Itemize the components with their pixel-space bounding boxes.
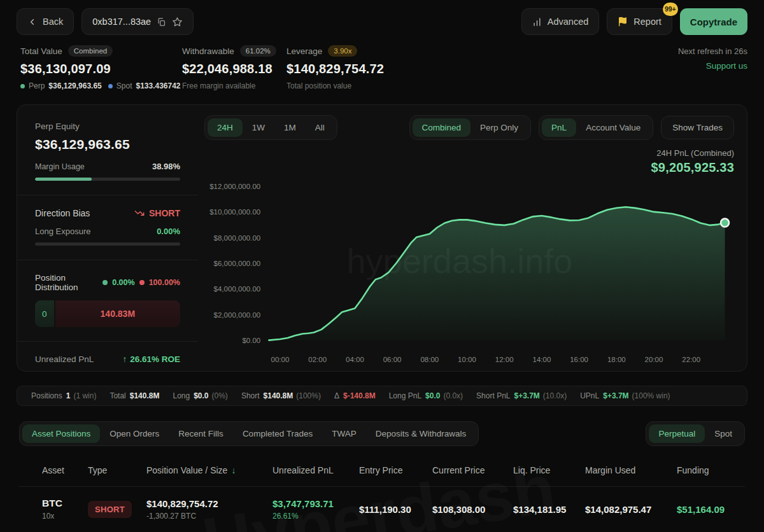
leverage-stat: Leverage 3.90x $140,829,754.72 Total pos… bbox=[286, 45, 384, 90]
metric-tabs: PnL Account Value bbox=[539, 115, 653, 140]
wallet-address-pill[interactable]: 0xb317...83ae bbox=[81, 8, 194, 35]
tab-recent-fills[interactable]: Recent Fills bbox=[169, 424, 233, 443]
total-value-label: Total Value bbox=[20, 46, 62, 56]
tab-pnl[interactable]: PnL bbox=[542, 118, 576, 137]
asset-leverage: 10x bbox=[42, 512, 88, 521]
market-type-tabs: Perpetual Spot bbox=[646, 421, 745, 446]
summary-upnl: UPnL $+3.7M (100% win) bbox=[580, 391, 670, 400]
position-distribution-label: Position Distribution bbox=[35, 273, 103, 292]
favorite-star-icon[interactable] bbox=[172, 17, 183, 27]
long-exposure-label: Long Exposure bbox=[35, 227, 90, 236]
col-current-price[interactable]: Current Price bbox=[432, 465, 513, 475]
tab-range-1w[interactable]: 1W bbox=[243, 118, 274, 137]
svg-text:04:00: 04:00 bbox=[346, 356, 364, 363]
chevron-left-icon bbox=[27, 17, 37, 27]
bar-chart-icon bbox=[532, 17, 542, 27]
svg-text:$12,000,000.00: $12,000,000.00 bbox=[209, 183, 260, 190]
leverage-badge: 3.90x bbox=[328, 45, 357, 57]
overview-card: Perp Equity $36,129,963.65 Margin Usage … bbox=[17, 104, 747, 372]
entry-price: $111,190.30 bbox=[359, 504, 432, 515]
tab-perpetual[interactable]: Perpetual bbox=[649, 424, 705, 443]
long-percent: 0.00% bbox=[112, 278, 134, 287]
unrealized-pnl-section: Unrealized PnL ↑ 26.61% ROE $3,747,793.7… bbox=[17, 342, 198, 372]
margin-usage-value: 38.98% bbox=[152, 162, 180, 171]
col-type[interactable]: Type bbox=[88, 465, 146, 475]
withdrawable-badge: 61.02% bbox=[240, 45, 276, 57]
table-header-row: Asset Type Position Value / Size ↓ Unrea… bbox=[19, 456, 745, 487]
direction-bias-section: Direction Bias SHORT Long Exposure 0.00% bbox=[17, 195, 198, 260]
tab-combined[interactable]: Combined bbox=[413, 118, 471, 137]
col-unrealized-pnl[interactable]: Unrealized PnL bbox=[272, 465, 359, 475]
position-distribution-section: Position Distribution 0.00% 100.00% 0 14… bbox=[17, 260, 198, 342]
top-bar: Back 0xb317...83ae Advanced bbox=[17, 8, 747, 36]
pnl-chart[interactable]: hyperdash.info$12,000,000.00$10,000,000.… bbox=[204, 176, 734, 367]
liq-price: $134,181.95 bbox=[513, 504, 585, 515]
position-value-cell: $140,829,754.72 -1,300.27 BTC bbox=[146, 498, 272, 521]
long-exposure-value: 0.00% bbox=[157, 227, 180, 236]
flag-icon bbox=[618, 17, 628, 27]
pnl-readout-label: 24H PnL (Combined) bbox=[204, 148, 734, 158]
pnl-chart-svg: hyperdash.info$12,000,000.00$10,000,000.… bbox=[204, 176, 734, 367]
summary-long-pnl: Long PnL $0.0 (0.0x) bbox=[389, 391, 463, 400]
svg-text:16:00: 16:00 bbox=[570, 356, 588, 363]
direction-bias-value: SHORT bbox=[149, 208, 180, 218]
summary-positions: Positions 1 (1 win) bbox=[31, 391, 96, 400]
long-distribution-segment: 0 bbox=[35, 300, 54, 327]
tab-account-value[interactable]: Account Value bbox=[576, 118, 650, 137]
account-overview-column: Perp Equity $36,129,963.65 Margin Usage … bbox=[17, 105, 198, 371]
dashboard-page: Back 0xb317...83ae Advanced bbox=[0, 0, 764, 532]
trending-down-icon bbox=[134, 208, 145, 218]
leverage-value: $140,829,754.72 bbox=[286, 62, 384, 76]
report-count-badge: 99+ bbox=[663, 3, 678, 16]
table-row[interactable]: BTC 10x SHORT $140,829,754.72 -1,300.27 … bbox=[19, 487, 745, 521]
unrealized-pnl-label: Unrealized PnL bbox=[35, 354, 94, 364]
pnl-readout: 24H PnL (Combined) $9,205,925.33 bbox=[204, 148, 734, 175]
refresh-countdown: Next refresh in 26s bbox=[678, 46, 747, 56]
spot-dot-icon bbox=[108, 84, 113, 88]
col-margin-used[interactable]: Margin Used bbox=[585, 465, 677, 475]
tab-completed-trades[interactable]: Completed Trades bbox=[233, 424, 322, 443]
summary-total: Total $140.8M bbox=[110, 391, 159, 400]
margin-usage-label: Margin Usage bbox=[35, 162, 85, 171]
wallet-address: 0xb317...83ae bbox=[92, 17, 151, 27]
svg-text:10:00: 10:00 bbox=[458, 356, 476, 363]
spot-label: Spot bbox=[117, 81, 132, 90]
svg-text:12:00: 12:00 bbox=[495, 356, 514, 363]
tab-asset-positions[interactable]: Asset Positions bbox=[22, 424, 100, 443]
tab-range-all[interactable]: All bbox=[306, 118, 334, 137]
support-us-link[interactable]: Support us bbox=[678, 61, 747, 71]
perp-value: $36,129,963.65 bbox=[48, 81, 101, 90]
col-liq-price[interactable]: Liq. Price bbox=[513, 465, 585, 475]
show-trades-button[interactable]: Show Trades bbox=[661, 116, 734, 139]
position-distribution-bar: 0 140.83M bbox=[35, 300, 180, 327]
unrealized-pnl-cell: $3,747,793.71 26.61% bbox=[272, 498, 359, 521]
tab-spot[interactable]: Spot bbox=[705, 424, 742, 443]
scope-tabs: Combined Perp Only bbox=[409, 115, 532, 140]
unrealized-pnl-value: $3,747,793.71 bbox=[35, 371, 180, 372]
row-upnl-value: $3,747,793.71 bbox=[272, 498, 359, 509]
tab-perp-only[interactable]: Perp Only bbox=[470, 118, 528, 137]
summary-short-pnl: Short PnL $+3.7M (10.0x) bbox=[476, 391, 567, 400]
time-range-tabs: 24H 1W 1M All bbox=[204, 115, 337, 140]
back-button[interactable]: Back bbox=[17, 8, 74, 35]
position-value: $140,829,754.72 bbox=[146, 498, 272, 509]
copy-icon[interactable] bbox=[157, 17, 166, 27]
tab-open-orders[interactable]: Open Orders bbox=[100, 424, 169, 443]
asset-symbol: BTC bbox=[42, 498, 88, 509]
advanced-button[interactable]: Advanced bbox=[521, 8, 600, 35]
report-button[interactable]: Report 99+ bbox=[607, 8, 672, 35]
arrow-up-icon: ↑ bbox=[122, 354, 127, 364]
tab-twap[interactable]: TWAP bbox=[322, 424, 366, 443]
short-type-badge: SHORT bbox=[88, 501, 132, 518]
col-position-value[interactable]: Position Value / Size ↓ bbox=[146, 465, 272, 475]
tab-deposits-withdrawals[interactable]: Deposits & Withdrawals bbox=[366, 424, 476, 443]
col-entry-price[interactable]: Entry Price bbox=[359, 465, 432, 475]
copytrade-button[interactable]: Copytrade bbox=[680, 8, 747, 35]
withdrawable-sub: Free margin available bbox=[182, 81, 286, 90]
tab-range-24h[interactable]: 24H bbox=[208, 118, 243, 137]
col-asset[interactable]: Asset bbox=[42, 465, 88, 475]
tab-range-1m[interactable]: 1M bbox=[274, 118, 306, 137]
row-roe: 26.61% bbox=[272, 512, 359, 521]
account-stats-row: Total Value Combined $36,130,097.09 Perp… bbox=[17, 45, 747, 90]
col-funding[interactable]: Funding bbox=[677, 465, 745, 475]
